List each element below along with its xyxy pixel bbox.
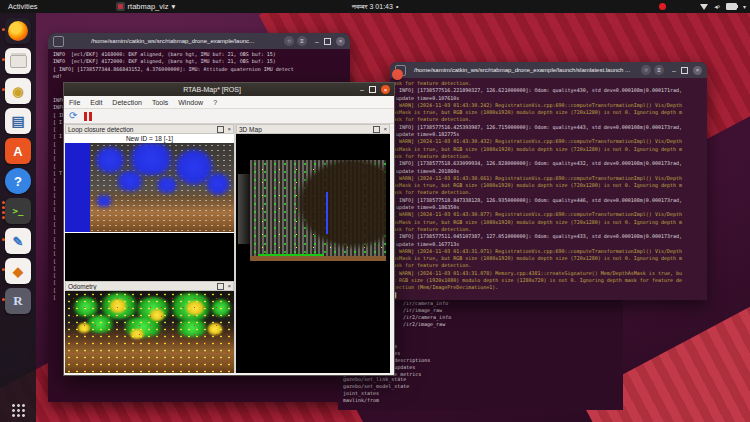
terminal-log-line: update time=0.186350s [393,204,682,211]
menu-item-edit[interactable]: Edit [85,99,107,106]
chevron-down-icon: ▾ [171,2,175,11]
float-panel-icon[interactable] [217,126,224,133]
terminal-log-line: ed! [53,73,294,80]
activities-button[interactable]: Activities [0,2,46,11]
system-tray[interactable]: ◂› ▾ [659,0,746,13]
menu-item-help[interactable]: ? [208,99,222,106]
topic-list: /ir/camera_info/ir/image_raw/ir2/camera_… [403,300,451,328]
dock-item-terminal[interactable]: >_ [1,196,35,226]
feature-blob [155,177,179,193]
odometry-image[interactable] [65,291,234,373]
rtabmap-titlebar[interactable]: RTAB-Map* [ROS] – × [64,83,394,96]
rtabmap-window: RTAB-Map* [ROS] – × FileEditDetectionToo… [63,82,395,376]
clock-button[interactable]: नवम्बर 3 01:43 • [352,0,399,13]
help-icon-glyph: ? [14,174,22,189]
maximize-button[interactable] [681,67,688,74]
close-panel-icon[interactable]: × [227,126,231,132]
refresh-icon[interactable]: ⟳ [69,111,77,121]
minimize-button[interactable]: – [315,38,319,45]
topic-line: /ir2/camera_info [403,314,451,321]
files-icon [5,48,31,74]
window-title: RTAB-Map* [ROS] [64,86,360,93]
app-icon [116,2,125,11]
dock-item-libreoffice-writer[interactable]: ▤ [1,106,35,136]
battery-icon [726,3,737,10]
menu-item-tools[interactable]: Tools [147,99,173,106]
feature-blob [93,147,127,173]
menu-item-window[interactable]: Window [173,99,208,106]
dock-item-rviz[interactable]: R [1,286,35,316]
dock-item-rhythmbox[interactable]: ◉ [1,76,35,106]
trajectory-line [258,254,324,256]
feature-speckles [65,291,234,373]
show-applications-icon[interactable] [11,403,25,417]
terminal-icon: >_ [5,198,31,224]
dock-item-firefox[interactable] [1,16,35,46]
terminal-log-line: update time=0.107610s [393,95,682,102]
terminal-titlebar[interactable]: /home/samim/catkin_ws/src/rtabmap_drone_… [48,33,350,49]
top-bar: Activities rtabmap_viz ▾ नवम्बर 3 01:43 … [0,0,750,13]
terminal-icon-glyph: >_ [13,206,24,216]
pause-icon[interactable] [84,112,92,121]
dock-item-text-editor[interactable]: ✎ [1,226,35,256]
map-3d-viewport[interactable] [236,134,390,373]
terminal-log-line: [ WARN] (2024-11-03 01:43:30.877) Regist… [393,211,682,218]
search-button[interactable]: ○ [641,65,651,75]
terminal-log-line: AsMask is true, but RGB size (1080x1920)… [393,255,682,262]
close-button[interactable]: × [693,66,702,75]
window-indicator-dot [2,216,5,219]
dock-item-ubuntu-software[interactable]: A [1,136,35,166]
close-button[interactable]: × [336,37,345,46]
background-window-close-button[interactable] [392,69,403,80]
menu-item-file[interactable]: File [64,99,85,106]
window-indicator-dot [2,58,5,61]
terminal-log-line: [ WARN] (2024-11-03 01:43:31.078) Memory… [393,270,682,277]
topic-list: gazebo/set_link_stategazebo/set_model_st… [343,376,409,404]
maximize-button[interactable] [324,38,331,45]
terminal-log-line: [ WARN] (2024-11-03 01:43:30.432) Regist… [393,138,682,145]
terminal-log-line: ask for feature detection. [393,116,682,123]
terminal-titlebar[interactable]: /home/samim/catkin_ws/src/rtabmap_drone_… [390,62,707,78]
text-editor-icon: ✎ [5,228,31,254]
terminal-log-line: ask for feature detection. [393,226,682,233]
terminal-log-line: [ INFO] [1738577518.847338128, 126.93500… [393,197,682,204]
close-panel-icon[interactable]: × [227,283,231,289]
float-panel-icon[interactable] [217,283,224,290]
panel-title: Loop closure detection [68,126,217,133]
terminal-log-line: AsMask is true, but RGB size (1080x1920)… [393,109,682,116]
minimize-button[interactable]: – [672,67,676,74]
window-indicator-dot [2,268,5,271]
feature-blob [115,171,145,191]
help-icon: ? [5,168,31,194]
minimize-button[interactable]: – [360,86,364,93]
terminal-log-line: [ INFO] [1738577518.633099934, 126.82800… [393,160,682,167]
close-button[interactable]: × [381,85,390,94]
loop-closure-panel-header: Loop closure detection × [65,124,234,134]
menu-item-detection[interactable]: Detection [107,99,147,106]
dock-item-files[interactable] [1,46,35,76]
terminal-content[interactable]: ask for feature detection.[ INFO] [17385… [390,78,707,300]
dock-item-libreoffice-impress[interactable]: ◆ [1,256,35,286]
app-menu[interactable]: rtabmap_viz ▾ [116,2,176,11]
dock-item-help[interactable]: ? [1,166,35,196]
float-panel-icon[interactable] [373,126,380,133]
feature-blob [205,173,231,195]
window-indicator-dot [2,206,5,209]
search-button[interactable]: ○ [284,36,294,46]
hamburger-menu-button[interactable]: ≡ [297,36,307,46]
topic-line: joint_states [343,390,409,397]
rviz-icon: R [5,288,31,314]
topic-line: mavlink/from [343,397,409,404]
terminal-log-line: ask for feature detection. [393,80,682,87]
window-indicator-dot [2,298,5,301]
terminal-log-line: update time=0.201860s [393,168,682,175]
close-panel-icon[interactable]: × [383,126,387,132]
loop-closure-image[interactable] [65,143,234,232]
app-menu-label: rtabmap_viz [128,2,169,11]
point-cloud [250,160,386,261]
notification-bell-icon: • [396,3,398,10]
pose-axis-line [326,192,328,234]
hamburger-menu-button[interactable]: ≡ [654,65,664,75]
topic-line: /ir/camera_info [403,300,451,307]
maximize-button[interactable] [369,86,376,93]
